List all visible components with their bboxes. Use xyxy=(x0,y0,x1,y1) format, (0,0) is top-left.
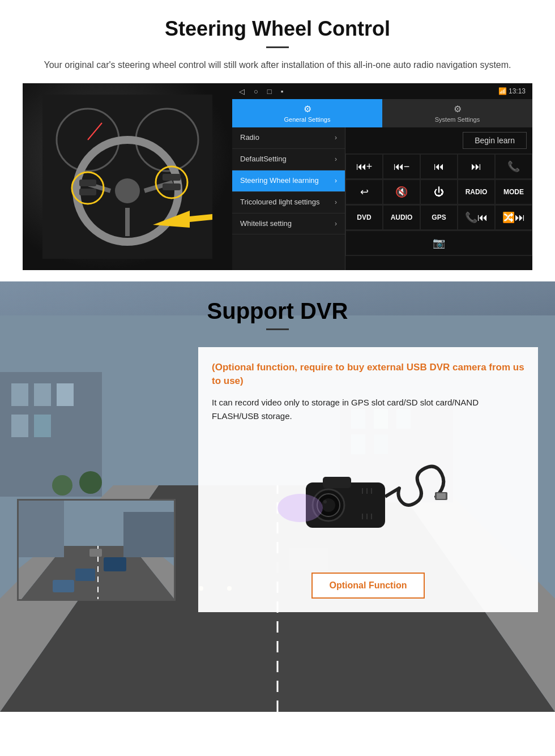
settings-tab-icon: ⚙ xyxy=(304,104,311,114)
svg-rect-11 xyxy=(79,180,96,186)
ctrl-btn-audio[interactable]: AUDIO xyxy=(383,205,420,230)
svg-rect-48 xyxy=(104,557,126,571)
tab-system-settings-label: System Settings xyxy=(435,116,480,123)
back-nav-icon[interactable]: ◁ xyxy=(239,87,245,96)
ctrl-btn-vol-plus[interactable]: ⏮+ xyxy=(345,154,383,179)
dvr-camera-svg xyxy=(272,440,464,553)
home-nav-icon[interactable]: ○ xyxy=(254,87,258,96)
android-status-bar: 📶 13:13 xyxy=(498,87,526,95)
ctrl-btn-mute[interactable]: 🔇 xyxy=(383,180,420,204)
tab-general-settings-label: General Settings xyxy=(284,116,331,123)
android-nav-icons: ◁ ○ □ ▪ xyxy=(239,87,498,96)
steering-section: Steering Wheel Control Your original car… xyxy=(0,0,555,281)
android-panel: ◁ ○ □ ▪ 📶 13:13 ⚙ General Settings ⚙ xyxy=(232,83,532,270)
dvr-bottom-card: Optional Function xyxy=(198,567,538,612)
steering-photo-inner xyxy=(23,83,232,270)
ctrl-btn-prev[interactable]: ⏮ xyxy=(420,154,458,179)
title-divider xyxy=(266,46,289,48)
begin-learn-button[interactable]: Begin learn xyxy=(463,132,527,149)
ctrl-btn-power[interactable]: ⏻ xyxy=(420,180,458,204)
menu-nav-icon[interactable]: ▪ xyxy=(281,87,284,96)
android-menu: Radio › DefaultSetting › Steering Wheel … xyxy=(232,127,345,270)
steering-title: Steering Wheel Control xyxy=(23,17,532,41)
ctrl-btn-shuffle-next[interactable]: 🔀⏭ xyxy=(495,205,532,230)
steering-photo xyxy=(23,83,232,270)
svg-rect-45 xyxy=(19,501,64,557)
ctrl-row-3: DVD AUDIO GPS 📞⏮ 🔀⏭ xyxy=(345,205,532,230)
ctrl-row-4: 📷 xyxy=(345,230,532,256)
dvr-info-card: (Optional function, require to buy exter… xyxy=(198,347,538,434)
dvr-camera-image xyxy=(272,440,464,553)
status-time: 13:13 xyxy=(509,87,526,95)
ctrl-btn-next[interactable]: ⏭ xyxy=(458,154,495,179)
steering-subtitle: Your original car's steering wheel contr… xyxy=(34,58,521,72)
menu-item-whitelist[interactable]: Whitelist setting › xyxy=(232,213,345,235)
dvr-divider xyxy=(266,328,289,330)
android-right-panel: Begin learn ⏮+ ⏮− ⏮ ⏭ 📞 ↩ 🔇 xyxy=(345,127,532,270)
dvr-thumbnail xyxy=(17,499,176,601)
tab-system-settings[interactable]: ⚙ System Settings xyxy=(382,99,532,127)
system-tab-icon: ⚙ xyxy=(454,104,462,114)
dvr-title: Support DVR xyxy=(0,298,555,324)
menu-item-radio[interactable]: Radio › xyxy=(232,127,345,149)
menu-item-steering-label: Steering Wheel learning xyxy=(240,176,319,186)
ctrl-btn-mode[interactable]: MODE xyxy=(495,180,532,204)
tab-general-settings[interactable]: ⚙ General Settings xyxy=(232,99,382,127)
svg-rect-50 xyxy=(89,549,102,557)
svg-rect-46 xyxy=(123,512,176,557)
recents-nav-icon[interactable]: □ xyxy=(267,87,272,96)
steering-demo-area: ◁ ○ □ ▪ 📶 13:13 ⚙ General Settings ⚙ xyxy=(23,83,532,270)
ctrl-btn-vol-minus[interactable]: ⏮− xyxy=(383,154,420,179)
optional-function-button[interactable]: Optional Function xyxy=(311,573,425,599)
svg-rect-49 xyxy=(53,580,74,592)
ctrl-btn-phone[interactable]: 📞 xyxy=(495,154,532,179)
dvr-desc-text: It can record video only to storage in G… xyxy=(212,396,524,423)
dvr-section: Support DVR xyxy=(0,281,555,712)
dvr-left-area xyxy=(17,347,187,612)
menu-item-radio-label: Radio xyxy=(240,133,259,143)
menu-chevron-steering: › xyxy=(335,177,337,185)
control-grid: ⏮+ ⏮− ⏮ ⏭ 📞 ↩ 🔇 ⏻ RADIO MODE xyxy=(345,154,532,270)
menu-chevron-tricoloured: › xyxy=(335,198,337,206)
menu-item-tricoloured-label: Tricoloured light settings xyxy=(240,198,319,207)
menu-chevron-radio: › xyxy=(335,134,337,142)
svg-point-59 xyxy=(323,500,327,503)
svg-rect-55 xyxy=(323,477,351,488)
dvr-title-block: Support DVR xyxy=(0,281,555,336)
menu-item-steering-wheel[interactable]: Steering Wheel learning › xyxy=(232,170,345,192)
ctrl-btn-gps[interactable]: GPS xyxy=(420,205,458,230)
android-topbar: ◁ ○ □ ▪ 📶 13:13 xyxy=(232,83,532,99)
menu-item-defaultsetting[interactable]: DefaultSetting › xyxy=(232,149,345,170)
svg-point-58 xyxy=(322,498,335,512)
menu-item-whitelist-label: Whitelist setting xyxy=(240,219,292,229)
svg-rect-13 xyxy=(163,174,181,181)
menu-item-default-label: DefaultSetting xyxy=(240,155,287,164)
begin-learn-row: Begin learn xyxy=(345,127,532,154)
svg-point-8 xyxy=(115,178,140,203)
ctrl-row-1: ⏮+ ⏮− ⏮ ⏭ 📞 xyxy=(345,154,532,180)
wifi-icon: 📶 xyxy=(498,87,507,95)
android-content: Radio › DefaultSetting › Steering Wheel … xyxy=(232,127,532,270)
menu-chevron-whitelist: › xyxy=(335,220,337,228)
dvr-optional-text: (Optional function, require to buy exter… xyxy=(212,361,524,388)
android-tabs: ⚙ General Settings ⚙ System Settings xyxy=(232,99,532,127)
ctrl-btn-camera[interactable]: 📷 xyxy=(345,230,532,255)
dvr-camera-area xyxy=(198,434,538,567)
menu-chevron-default: › xyxy=(335,155,337,163)
ctrl-btn-dvd[interactable]: DVD xyxy=(345,205,383,230)
svg-rect-12 xyxy=(79,189,96,195)
ctrl-btn-hang[interactable]: ↩ xyxy=(345,180,383,204)
svg-rect-52 xyxy=(437,493,446,499)
dvr-thumbnail-svg xyxy=(19,501,176,601)
ctrl-btn-radio[interactable]: RADIO xyxy=(458,180,495,204)
svg-point-66 xyxy=(278,494,323,522)
ctrl-btn-phone-prev[interactable]: 📞⏮ xyxy=(458,205,495,230)
svg-rect-14 xyxy=(163,183,181,190)
svg-rect-47 xyxy=(75,569,95,581)
menu-item-tricoloured[interactable]: Tricoloured light settings › xyxy=(232,192,345,213)
steering-wheel-svg xyxy=(42,95,212,259)
dvr-body: (Optional function, require to buy exter… xyxy=(0,336,555,623)
dvr-info-area: (Optional function, require to buy exter… xyxy=(198,347,538,612)
ctrl-row-2: ↩ 🔇 ⏻ RADIO MODE xyxy=(345,180,532,205)
